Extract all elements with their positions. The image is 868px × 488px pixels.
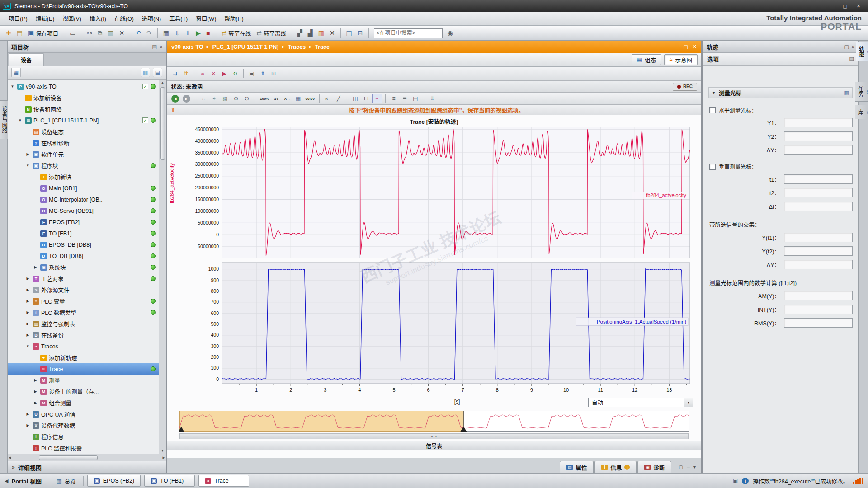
tree-item[interactable]: DTO_DB [DB6] xyxy=(8,250,159,262)
split-editor-vertical-button[interactable]: ◫ xyxy=(344,28,354,39)
y-t1-input[interactable] xyxy=(784,233,853,242)
tree-item[interactable]: ▶X设备代理数据 xyxy=(8,420,159,431)
tree-item[interactable]: ▼Pv90-axis-TO✓ xyxy=(8,81,159,92)
expand-icon[interactable]: ▶ xyxy=(33,401,38,405)
start-simulation-button[interactable]: ▟ xyxy=(306,28,315,39)
tree-vertical-scrollbar[interactable]: ▲▼ xyxy=(159,80,166,454)
undo-button[interactable]: ↶ xyxy=(133,28,143,39)
float-panel-icon[interactable]: ▢ xyxy=(844,44,849,50)
tree-item[interactable]: ▶≡PLC 变量 xyxy=(8,296,159,307)
upload-from-device-button[interactable]: ⇧ xyxy=(183,28,193,39)
menu-item[interactable]: 项目(P) xyxy=(5,12,32,26)
tree-item[interactable]: ▼▦PLC_1 [CPU 1511T-1 PN]✓ xyxy=(8,115,159,126)
checked-checkbox-icon[interactable]: ✓ xyxy=(142,84,148,89)
tree-item[interactable]: ▶B在线备份 xyxy=(8,329,159,341)
tree-item[interactable]: ▶M组合测量 xyxy=(8,397,159,408)
tab-info[interactable]: i信息i xyxy=(594,461,637,473)
deactivate-recording-button[interactable]: ✕ xyxy=(208,69,218,79)
vertical-cursors-checkbox[interactable] xyxy=(709,164,716,170)
scale-y-auto-button[interactable]: 1Y xyxy=(271,94,281,103)
checked-checkbox-icon[interactable]: ✓ xyxy=(142,117,148,123)
collapse-inspector-icon[interactable]: ─ xyxy=(687,465,690,469)
tree-item[interactable]: +添加新设备 xyxy=(8,92,159,103)
tree-item[interactable]: DEPOS_DB [DB8] xyxy=(8,239,159,250)
operation-log-icon[interactable]: ▣ xyxy=(733,478,738,484)
legend-toggle-button[interactable]: ≡ xyxy=(389,94,399,103)
portal-view-button[interactable]: ◀Portal 视图 xyxy=(5,477,45,485)
tree-item[interactable]: OMC-Interpolator [OB.. xyxy=(8,194,159,205)
menu-item[interactable]: 编辑(E) xyxy=(32,12,59,26)
close-button[interactable]: ✕ xyxy=(852,3,865,9)
auto-repeat-button[interactable]: ↻ xyxy=(230,69,240,79)
expand-icon[interactable]: ▶ xyxy=(25,423,31,427)
snap-to-sample-button[interactable]: ⇤ xyxy=(323,94,333,103)
t1-input[interactable] xyxy=(784,174,853,184)
zoom-out-button[interactable]: ⊖ xyxy=(242,94,252,103)
add-measurement-diagram-button[interactable]: ⊞ xyxy=(269,69,278,79)
legend-left-button[interactable]: ≣ xyxy=(400,94,410,103)
legend-right-button[interactable]: ▤ xyxy=(410,94,420,103)
zoom-100-button[interactable]: 100% xyxy=(259,94,270,103)
nav-forward-button[interactable]: ▶ xyxy=(181,94,192,103)
menu-item[interactable]: 窗口(W) xyxy=(192,12,220,26)
expand-icon[interactable]: ▶ xyxy=(25,288,31,292)
expand-icon[interactable]: ▶ xyxy=(25,333,31,337)
menu-item[interactable]: 帮助(H) xyxy=(220,12,247,26)
copy-button[interactable]: ⧉ xyxy=(95,28,104,39)
download-to-device-button[interactable]: ⇩ xyxy=(172,28,182,39)
export-chart-button[interactable]: ⇓ xyxy=(427,94,437,103)
tree-item[interactable]: ≈Trace xyxy=(8,363,159,375)
project-search-input[interactable] xyxy=(374,28,443,38)
expand-icon[interactable]: ▶ xyxy=(25,152,31,156)
export-measurement-button[interactable]: ⇑ xyxy=(258,69,268,79)
task-card-tasks[interactable]: ▤任务 xyxy=(855,82,868,102)
delta-t-input[interactable] xyxy=(784,202,853,211)
breadcrumb-item[interactable]: Trace xyxy=(315,44,330,50)
tree-item[interactable]: ▶▣系统块 xyxy=(8,262,159,273)
upload-trace-to-project-button[interactable]: ⇈ xyxy=(181,69,191,79)
zoom-in-button[interactable]: ⊕ xyxy=(231,94,241,103)
expand-icon[interactable]: ▶ xyxy=(25,322,31,326)
tree-item[interactable]: ▶S外部源文件 xyxy=(8,284,159,296)
split-editor-horizontal-button[interactable]: ⊟ xyxy=(355,28,365,39)
measure-cursors-section-header[interactable]: ▼测量光标▦ xyxy=(708,87,853,98)
tree-item[interactable]: ?在线和诊断 xyxy=(8,137,159,149)
scrollbar-thumb[interactable] xyxy=(160,87,165,160)
select-cursor-button[interactable]: ⌖ xyxy=(209,94,219,103)
expand-icon[interactable]: ▶ xyxy=(25,299,31,303)
tree-item[interactable]: +添加新块 xyxy=(8,171,159,183)
go-offline-button[interactable]: ⇄转至离线 xyxy=(254,28,288,39)
int-y-input[interactable] xyxy=(784,305,853,314)
tree-item[interactable]: N设备和网络 xyxy=(8,103,159,115)
scroll-left-icon[interactable]: ◀ xyxy=(8,455,12,461)
collapse-panel-right-icon[interactable]: » xyxy=(852,44,854,50)
signal-table-bar[interactable]: 信号表 xyxy=(167,441,701,450)
scroll-right-icon[interactable]: ▶ xyxy=(162,455,166,461)
tree-item[interactable]: ▶▣软件单元 xyxy=(8,149,159,160)
time-scale-select[interactable]: 自动 xyxy=(588,398,693,407)
search-project-button[interactable]: ◉ xyxy=(445,28,455,39)
scale-x-100-button[interactable]: X↔ xyxy=(282,94,292,103)
fit-view-button[interactable]: ▦ xyxy=(293,94,303,103)
tree-item[interactable]: i程序信息 xyxy=(8,431,159,442)
measure-cursors-button[interactable]: ⌖ xyxy=(372,94,382,103)
tree-item[interactable]: ▼≈Traces xyxy=(8,341,159,352)
minimize-button[interactable]: ─ xyxy=(825,3,838,9)
save-project-button[interactable]: ▣保存项目 xyxy=(26,28,61,39)
scrollbar-thumb[interactable] xyxy=(39,455,98,460)
open-project-button[interactable]: ▤ xyxy=(14,28,25,39)
task-card-libraries[interactable]: ▣库 xyxy=(855,105,868,119)
activate-recording-button[interactable]: ≈ xyxy=(198,69,208,79)
split-charts-horizontal-button[interactable]: ⊟ xyxy=(361,94,371,103)
editor-tab-epos[interactable]: ▣EPOS (FB2) xyxy=(87,475,141,487)
cross-references-button[interactable]: ▥ xyxy=(316,28,326,39)
y2-input[interactable] xyxy=(784,131,853,141)
breadcrumb-item[interactable]: PLC_1 [CPU 1511T-1 PN] xyxy=(212,44,279,50)
detail-view-bar[interactable]: » 详细视图 xyxy=(8,461,166,473)
delta-y-input[interactable] xyxy=(784,145,853,155)
expand-icon[interactable]: ▶ xyxy=(33,378,38,382)
maximize-button[interactable]: ▢ xyxy=(838,3,852,9)
delete-button[interactable]: ✕ xyxy=(117,28,127,39)
panel-options-icon[interactable]: ▤ xyxy=(152,44,156,50)
overview-scrubber[interactable] xyxy=(179,411,689,432)
